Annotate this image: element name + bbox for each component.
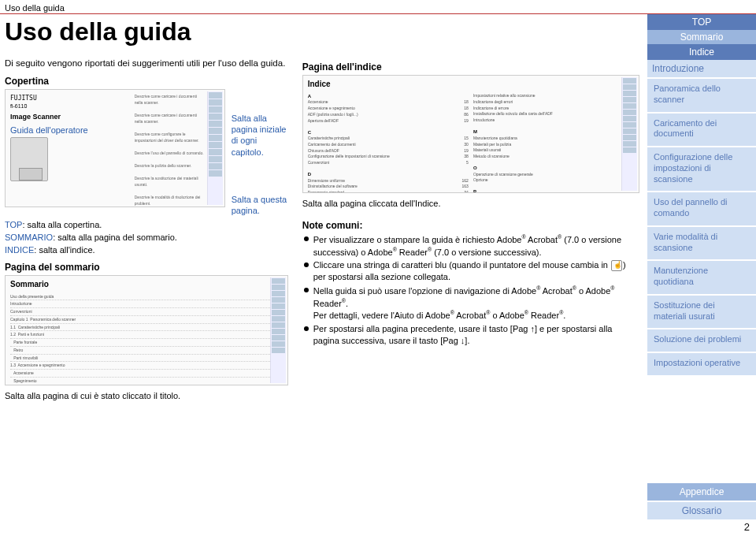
index-thumbnail[interactable]: Indice A Accensione18 Accensione e spegn… — [302, 75, 639, 193]
cover-callouts: Salta alla pagina iniziale di ogni capit… — [232, 89, 288, 217]
sidebar-item-sostituzione[interactable]: Sostituzione dei materiali usurati — [647, 294, 756, 329]
page-number: 2 — [647, 519, 756, 536]
sidebar: TOP Sommario Indice Introduzione Panoram… — [647, 14, 756, 536]
sommario-caption: Salta alla pagina di cui è stato cliccat… — [5, 390, 288, 402]
indice-link-desc: INDICE: salta all'indice. — [5, 244, 288, 256]
col-left: Di seguito vengono riportati dei suggeri… — [5, 58, 288, 402]
mini-sidebar — [207, 91, 223, 205]
index-caption: Salta alla pagina cliccata dell'Indice. — [302, 198, 639, 210]
sidebar-sommario[interactable]: Sommario — [647, 30, 756, 44]
callout-thispage: Salta a questa pagina. — [232, 194, 288, 217]
scanner-icon — [10, 137, 48, 181]
index-thumb-title: Indice — [303, 76, 639, 93]
sidebar-intro[interactable]: Introduzione — [647, 60, 756, 77]
note-3: Nella guida si può usare l'opzione di na… — [302, 285, 639, 322]
model-label: fi-6110 — [10, 102, 27, 110]
callout-chapter: Salta alla pagina iniziale di ogni capit… — [232, 113, 288, 158]
sidebar-item-soluzione[interactable]: Soluzione dei problemi — [647, 328, 756, 352]
sidebar-item-panoramica[interactable]: Panoramica dello scanner — [647, 77, 756, 112]
sidebar-appendice[interactable]: Appendice — [647, 482, 756, 501]
sidebar-item-modalita[interactable]: Varie modalità di scansione — [647, 225, 756, 260]
sidebar-item-caricamento[interactable]: Caricamento dei documenti — [647, 112, 756, 147]
top-link-desc: TOPTOP: salta alla copertina.: salta all… — [5, 219, 288, 231]
cover-desc-lines: Descrive come caricare i documenti nella… — [135, 93, 206, 207]
index-mini-cols: A Accensione18 Accensione e spegnimento1… — [303, 93, 639, 194]
toc-mini: Uso della presente guida2 Introduzione3 … — [6, 293, 287, 386]
page-content: Uso della guida Di seguito vengono ripor… — [0, 14, 647, 536]
hand-cursor-icon — [611, 260, 622, 271]
note-2: Cliccare una stringa di caratteri blu (q… — [302, 259, 639, 283]
sidebar-item-manutenzione[interactable]: Manutenzione quotidiana — [647, 259, 756, 294]
sommario-thumbnail[interactable]: Sommario Uso della presente guida2 Intro… — [5, 275, 288, 385]
sidebar-indice[interactable]: Indice — [647, 44, 756, 60]
page-title: Uso della guida — [5, 17, 639, 47]
sommario-link-desc: SOMMARIO: salta alla pagina del sommario… — [5, 232, 288, 244]
mini-sidebar — [621, 77, 637, 191]
guide-label: Guida dell'operatore — [10, 125, 88, 136]
col-right: Pagina dell'indice Indice A Accensione18… — [302, 58, 639, 402]
sidebar-glossario[interactable]: Glossario — [647, 501, 756, 519]
note-1: Per visualizzare o stampare la guida è r… — [302, 233, 639, 258]
sidebar-top[interactable]: TOP — [647, 14, 756, 30]
sidebar-item-pannello[interactable]: Uso del pannello di comando — [647, 191, 756, 225]
cover-thumbnail[interactable]: FUJITSU fi-6110 Image Scanner Guida dell… — [5, 89, 225, 207]
sommario-heading: Pagina del sommario — [5, 261, 288, 274]
breadcrumb: Uso della guida — [0, 0, 756, 14]
index-heading: Pagina dell'indice — [302, 61, 639, 73]
notes-heading: Note comuni: — [302, 219, 639, 232]
cover-heading: Copertina — [5, 75, 288, 87]
note-4: Per spostarsi alla pagina precedente, us… — [302, 323, 639, 347]
notes-list: Per visualizzare o stampare la guida è r… — [302, 233, 639, 346]
mini-sidebar — [270, 277, 286, 383]
sidebar-item-impostazioni[interactable]: Impostazioni operative — [647, 352, 756, 375]
product-label: Image Scanner — [10, 112, 61, 121]
sommario-thumb-title: Sommario — [6, 276, 287, 293]
sidebar-item-config[interactable]: Configurazione delle impostazioni di sca… — [647, 146, 756, 191]
intro-text: Di seguito vengono riportati dei suggeri… — [5, 58, 288, 70]
